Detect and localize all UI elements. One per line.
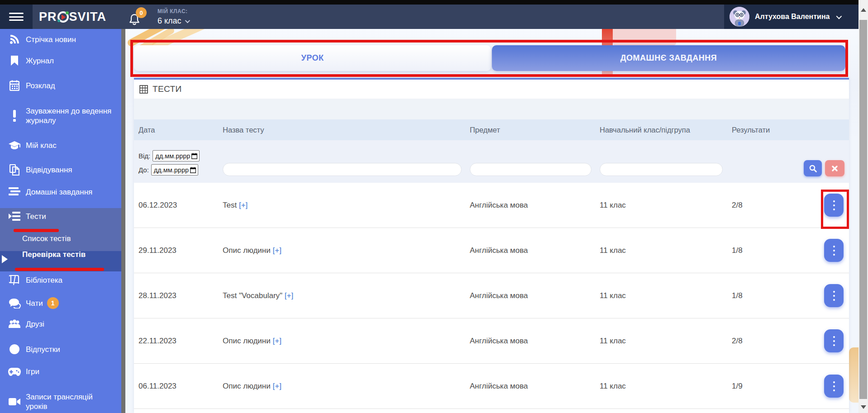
sidebar-item-label: Список тестів <box>22 234 71 243</box>
scrollbar-thumb[interactable] <box>859 20 867 399</box>
row-actions-button[interactable] <box>824 239 844 262</box>
sidebar-item-journal[interactable]: Журнал <box>0 55 121 66</box>
scrollbar-up-arrow[interactable] <box>858 5 868 14</box>
sidebar-item-label: Бібліотека <box>26 275 62 285</box>
col-header-results: Результати <box>732 126 800 134</box>
expand-test-link[interactable]: [+] <box>239 201 248 209</box>
cell-date: 06.12.2023 <box>138 201 223 210</box>
sidebar-item-attendance[interactable]: Відвідування <box>0 164 121 176</box>
cell-date: 28.11.2023 <box>138 291 223 300</box>
sidebar-item-label: Чати <box>26 299 43 308</box>
cell-test-name: Опис людини [+] <box>223 337 470 346</box>
filter-class-input[interactable] <box>600 163 723 176</box>
user-menu[interactable]: Алтухова Валентина <box>724 5 858 29</box>
table-row: 06.11.2023Опис людини [+]Англійська мова… <box>134 364 849 409</box>
date-from-input[interactable]: дд.мм.рррр <box>153 150 200 161</box>
hamburger-icon <box>9 13 24 21</box>
sidebar-item-label: Друзі <box>26 319 44 329</box>
tab-homework[interactable]: ДОМАШНЄ ЗАВДАННЯ <box>492 45 845 71</box>
close-icon <box>832 166 838 171</box>
rss-icon <box>7 34 22 45</box>
sidebar-item-news-feed[interactable]: Стрічка новин <box>0 34 121 45</box>
sidebar-item-library[interactable]: Бібліотека <box>0 275 121 285</box>
page-title: ТЕСТИ <box>153 84 182 94</box>
cell-result: 2/8 <box>732 201 800 210</box>
sidebar-item-label: Домашні завдання <box>26 187 92 197</box>
sidebar-item-label: Перевірка тестів <box>22 250 86 259</box>
clear-filter-button[interactable] <box>825 160 844 176</box>
cell-date: 06.11.2023 <box>138 382 223 391</box>
my-class-selector[interactable]: МІЙ КЛАС: 6 клас <box>157 8 189 26</box>
sidebar-item-label: Записи трансляцій уроків <box>26 392 114 411</box>
sidebar-item-homework[interactable]: Домашні завдання <box>0 187 121 197</box>
exclamation-icon <box>7 110 22 122</box>
sidebar-item-schedule[interactable]: Розклад <box>0 80 121 91</box>
sidebar-item-friends[interactable]: Друзі <box>0 319 121 329</box>
cell-result: 1/8 <box>732 291 800 300</box>
sidebar-item-label: Ігри <box>26 367 39 376</box>
sidebar-item-chats[interactable]: Чати1 <box>0 297 121 309</box>
scrollbar-down-arrow[interactable] <box>858 403 868 411</box>
cell-result: 1/8 <box>732 246 800 255</box>
cell-class: 11 клас <box>600 201 732 210</box>
cell-test-name: Опис людини [+] <box>223 382 470 391</box>
sidebar-item-my-class[interactable]: Мій клас <box>0 140 121 150</box>
cell-class: 11 клас <box>600 291 732 300</box>
sidebar-item-label: Тести <box>26 212 46 221</box>
sidebar-item-journal-notes[interactable]: Зауваження до ведення журналу <box>0 106 121 125</box>
attendance-icon <box>7 164 22 176</box>
friends-icon <box>7 319 22 329</box>
sidebar-item-tests-check[interactable]: Перевірка тестів <box>0 250 121 259</box>
row-actions-button[interactable] <box>824 194 844 217</box>
cell-date: 22.11.2023 <box>138 337 223 346</box>
expand-test-link[interactable]: [+] <box>272 246 281 255</box>
sidebar-item-games[interactable]: Ігри <box>0 367 121 376</box>
filter-subject-input[interactable] <box>470 163 591 176</box>
sidebar-item-label: Журнал <box>26 56 54 66</box>
vacation-icon <box>7 344 22 355</box>
table-header-row: Дата Назва тесту Предмет Навчальний клас… <box>134 119 849 140</box>
filter-name-input[interactable] <box>223 163 462 176</box>
search-button[interactable] <box>804 160 822 176</box>
homework-icon <box>7 187 22 197</box>
chevron-down-icon <box>185 18 190 23</box>
cell-test-name: Опис людини [+] <box>223 246 470 255</box>
cell-test-name: Test "Vocabulary" [+] <box>223 291 470 300</box>
tab-lesson[interactable]: УРОК <box>134 45 491 71</box>
sidebar-item-label: Розклад <box>26 81 55 90</box>
expand-test-link[interactable]: [+] <box>272 337 281 345</box>
topbar: PR SVITA 0 МІЙ КЛАС: 6 клас <box>0 5 868 29</box>
date-from-label: Від: <box>138 152 150 160</box>
notifications-button[interactable]: 0 <box>129 7 149 28</box>
window-scrollbar[interactable] <box>858 0 868 413</box>
cell-class: 11 клас <box>600 337 732 346</box>
video-icon <box>7 398 22 406</box>
unread-count-badge: 1 <box>47 297 59 309</box>
row-actions-button[interactable] <box>824 375 844 398</box>
row-actions-button[interactable] <box>824 329 844 352</box>
cell-date: 29.11.2023 <box>138 246 223 255</box>
tests-card: ТЕСТИ Дата Назва тесту Предмет Навчальни… <box>134 78 849 413</box>
sidebar-item-label: Відпустки <box>26 345 60 354</box>
expand-test-link[interactable]: [+] <box>285 291 293 300</box>
hamburger-button[interactable] <box>0 5 33 29</box>
sidebar-item-broadcasts[interactable]: Записи трансляцій уроків <box>0 392 121 411</box>
brand-logo[interactable]: PR SVITA <box>39 5 106 29</box>
expand-test-link[interactable]: [+] <box>272 382 281 390</box>
table-row: 06.12.2023Test [+]Англійська мова11 клас… <box>134 183 849 228</box>
col-header-date: Дата <box>138 126 223 134</box>
sidebar-scrollbar[interactable] <box>121 29 125 413</box>
date-to-label: До: <box>138 166 149 174</box>
sidebar-item-tests-list[interactable]: Список тестів <box>0 234 121 243</box>
sidebar-item-tests[interactable]: Тести <box>0 211 121 221</box>
graduation-cap-icon <box>7 140 22 150</box>
col-header-name: Назва тесту <box>223 126 470 134</box>
col-header-subject: Предмет <box>470 126 600 134</box>
brand-text-suffix: SVITA <box>69 10 107 24</box>
sidebar-item-vacations[interactable]: Відпустки <box>0 344 121 355</box>
active-item-marker-icon <box>2 255 8 263</box>
search-icon <box>809 165 817 172</box>
row-actions-button[interactable] <box>824 284 844 307</box>
date-to-input[interactable]: дд.мм.рррр <box>151 164 198 176</box>
sidebar-item-label: Мій клас <box>26 141 57 150</box>
